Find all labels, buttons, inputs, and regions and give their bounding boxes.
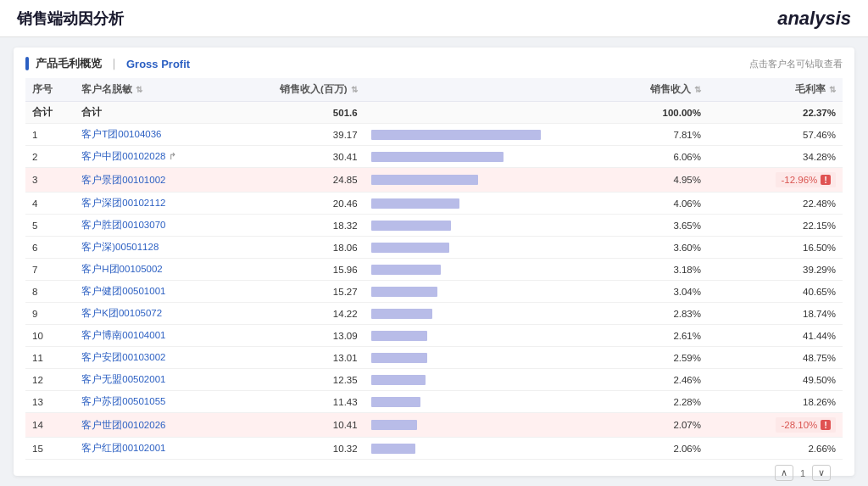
cell-seq: 7	[25, 259, 75, 281]
table-row: 2客户中团00102028 ↱30.416.06%34.28%	[25, 146, 843, 168]
cell-name[interactable]: 客户世团00102026	[75, 413, 243, 438]
cell-gross-margin: 22.15%	[708, 215, 843, 237]
sort-icon-name: ⇅	[136, 85, 142, 94]
cell-revenue-pct: 6.06%	[607, 146, 708, 168]
cell-name[interactable]: 客户中团00102028 ↱	[75, 146, 243, 168]
total-revenue-pct: 100.00%	[607, 102, 708, 124]
cell-name[interactable]: 客户景团00101002	[75, 168, 243, 193]
cell-revenue-m: 10.41	[243, 413, 364, 438]
table-footer: ∧ 1 ∨	[25, 460, 843, 486]
main-content: 产品毛利概览 ｜ Gross Profit 点击客户名可钻取查看 序号 客	[0, 37, 868, 486]
cell-seq: 6	[25, 237, 75, 259]
cell-gross-margin: 18.26%	[708, 391, 843, 413]
cell-seq: 4	[25, 193, 75, 215]
cell-revenue-m: 13.09	[243, 325, 364, 347]
cell-revenue-m: 15.27	[243, 281, 364, 303]
cell-revenue-m: 14.22	[243, 303, 364, 325]
table-row: 10客户博南0010400113.092.61%41.44%	[25, 325, 843, 347]
cell-revenue-pct: 3.18%	[607, 259, 708, 281]
total-bar	[364, 102, 607, 124]
cell-bar	[364, 259, 607, 281]
cell-gross-margin: 16.50%	[708, 237, 843, 259]
header-title: 销售端动因分析	[17, 8, 124, 29]
app-root: 销售端动因分析 analysis 产品毛利概览 ｜ Gross Profit 点…	[0, 0, 868, 486]
cell-bar	[364, 325, 607, 347]
cell-seq: 12	[25, 369, 75, 391]
table-row: 5客户胜团0010307018.323.65%22.15%	[25, 215, 843, 237]
cell-bar	[364, 369, 607, 391]
cell-name[interactable]: 客户健团00501001	[75, 281, 243, 303]
cell-name[interactable]: 客户K团00105072	[75, 303, 243, 325]
cell-revenue-m: 39.17	[243, 124, 364, 146]
cell-seq: 5	[25, 215, 75, 237]
cell-revenue-m: 20.46	[243, 193, 364, 215]
cell-seq: 14	[25, 413, 75, 438]
table-row: 12客户无盟0050200112.352.46%49.50%	[25, 369, 843, 391]
cell-revenue-pct: 4.06%	[607, 193, 708, 215]
cell-revenue-pct: 3.60%	[607, 237, 708, 259]
card-hint: 点击客户名可钻取查看	[749, 58, 843, 70]
cell-revenue-pct: 7.81%	[607, 124, 708, 146]
card-header: 产品毛利概览 ｜ Gross Profit 点击客户名可钻取查看	[25, 56, 843, 71]
cell-seq: 8	[25, 281, 75, 303]
cell-revenue-m: 18.32	[243, 215, 364, 237]
cell-gross-margin: 2.66%	[708, 438, 843, 460]
title-bar-icon	[25, 57, 29, 70]
cell-gross-margin: 48.75%	[708, 347, 843, 369]
exclaim-icon: !	[821, 175, 831, 185]
cell-revenue-pct: 2.46%	[607, 369, 708, 391]
cell-name[interactable]: 客户深)00501128	[75, 237, 243, 259]
table-row: 4客户深团0010211220.464.06%22.48%	[25, 193, 843, 215]
col-header-revenue-m[interactable]: 销售收入(百万) ⇅	[243, 78, 364, 102]
header-subtitle: analysis	[777, 8, 851, 30]
total-revenue-m: 501.6	[243, 102, 364, 124]
cell-bar	[364, 303, 607, 325]
cell-revenue-pct: 4.95%	[607, 168, 708, 193]
cell-name[interactable]: 客户安团00103002	[75, 347, 243, 369]
redirect-icon: ↱	[165, 151, 175, 161]
cell-revenue-m: 15.96	[243, 259, 364, 281]
cell-name[interactable]: 客户胜团00103070	[75, 215, 243, 237]
cell-gross-margin: 34.28%	[708, 146, 843, 168]
cell-bar	[364, 124, 607, 146]
cell-revenue-m: 11.43	[243, 391, 364, 413]
total-name: 合计	[75, 102, 243, 124]
cell-bar	[364, 215, 607, 237]
page-number: 1	[800, 468, 805, 478]
cell-name[interactable]: 客户深团00102112	[75, 193, 243, 215]
sort-icon-gross-margin: ⇅	[829, 85, 836, 94]
cell-name[interactable]: 客户无盟00502001	[75, 369, 243, 391]
col-header-seq: 序号	[25, 78, 75, 102]
cell-revenue-pct: 3.04%	[607, 281, 708, 303]
cell-gross-margin: 40.65%	[708, 281, 843, 303]
sort-icon-revenue-pct: ⇅	[694, 85, 701, 94]
prev-page-button[interactable]: ∧	[775, 465, 793, 481]
cell-name[interactable]: 客户苏团00501055	[75, 391, 243, 413]
card-title-sep: ｜	[108, 56, 120, 71]
total-seq: 合计	[25, 102, 75, 124]
cell-revenue-pct: 2.61%	[607, 325, 708, 347]
cell-revenue-m: 24.85	[243, 168, 364, 193]
cell-gross-margin: 22.48%	[708, 193, 843, 215]
cell-seq: 9	[25, 303, 75, 325]
card-title-zh: 产品毛利概览	[36, 56, 102, 71]
col-header-revenue-pct[interactable]: 销售收入 ⇅	[607, 78, 708, 102]
table-row: 11客户安团0010300213.012.59%48.75%	[25, 347, 843, 369]
data-table: 序号 客户名脱敏 ⇅ 销售收入(百万) ⇅	[25, 78, 843, 460]
col-header-name[interactable]: 客户名脱敏 ⇅	[75, 78, 243, 102]
cell-revenue-m: 10.32	[243, 438, 364, 460]
cell-bar	[364, 413, 607, 438]
col-header-gross-margin[interactable]: 毛利率 ⇅	[708, 78, 843, 102]
cell-name[interactable]: 客户H团00105002	[75, 259, 243, 281]
cell-name[interactable]: 客户T团00104036	[75, 124, 243, 146]
cell-revenue-pct: 2.83%	[607, 303, 708, 325]
col-header-bar	[364, 78, 607, 102]
cell-gross-margin: -12.96% !	[708, 168, 843, 193]
exclaim-icon: !	[821, 420, 831, 430]
cell-name[interactable]: 客户博南00104001	[75, 325, 243, 347]
cell-gross-margin: 49.50%	[708, 369, 843, 391]
next-page-button[interactable]: ∨	[812, 465, 831, 481]
cell-seq: 1	[25, 124, 75, 146]
table-row: 8客户健团0050100115.273.04%40.65%	[25, 281, 843, 303]
cell-name[interactable]: 客户红团00102001	[75, 438, 243, 460]
